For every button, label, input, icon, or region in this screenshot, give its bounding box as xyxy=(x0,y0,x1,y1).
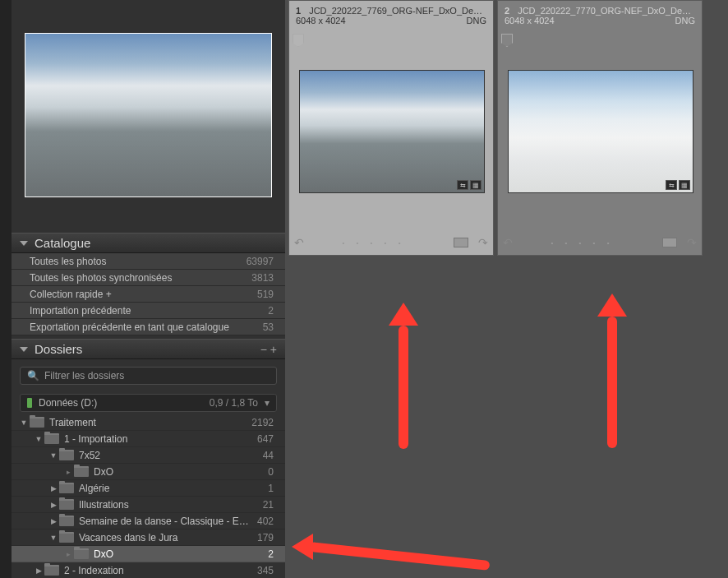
dossiers-title: Dossiers xyxy=(35,342,82,356)
folder-row[interactable]: Semaine de la danse - Classique - E…402 xyxy=(12,513,285,529)
folder-label: 2 - Indexation xyxy=(64,565,257,576)
thumbnail-image[interactable] xyxy=(508,70,693,193)
catalogue-item[interactable]: Exportation précédente en tant que catal… xyxy=(12,319,285,335)
rotate-ccw-icon[interactable]: ↶ xyxy=(503,236,513,249)
volume-status-icon xyxy=(27,398,32,408)
tree-arrow-icon[interactable] xyxy=(49,534,58,542)
folder-label: Traitement xyxy=(49,417,251,428)
folder-icon xyxy=(44,433,59,444)
color-label-swatch[interactable] xyxy=(662,238,677,247)
catalogue-item-count: 3813 xyxy=(251,272,274,284)
catalogue-item-count: 53 xyxy=(263,321,274,333)
minus-icon[interactable]: − xyxy=(260,343,267,356)
catalogue-item-label: Toutes les photos xyxy=(30,256,106,267)
rating-dots[interactable]: • • • • • xyxy=(513,239,652,247)
folder-icon xyxy=(59,483,74,493)
volume-name: Données (D:) xyxy=(39,397,97,409)
tree-arrow-icon[interactable] xyxy=(49,451,58,460)
chevron-down-icon[interactable]: ▾ xyxy=(265,397,270,409)
folder-count: 1 xyxy=(268,483,274,494)
left-sidebar: Catalogue Toutes les photos 63997 Toutes… xyxy=(0,0,285,578)
tree-arrow-icon[interactable] xyxy=(35,435,43,443)
folder-icon xyxy=(44,565,59,576)
rating-dots[interactable]: • • • • • xyxy=(304,239,444,247)
tree-arrow-icon[interactable] xyxy=(64,550,72,558)
catalogue-title: Catalogue xyxy=(35,236,90,250)
thumbnail-info: 2 JCD_220222_7770_ORG-NEF_DxO_Deep… 6048… xyxy=(498,1,702,30)
badge-icon[interactable]: ▦ xyxy=(679,180,690,190)
volume-usage: 0,9 / 1,8 To xyxy=(210,397,258,409)
thumbnail-cell[interactable]: 1 JCD_220222_7769_ORG-NEF_DxO_Deep… 6048… xyxy=(288,0,494,256)
folder-label: DxO xyxy=(94,548,268,560)
catalogue-item-label: Toutes les photos synchronisées xyxy=(30,272,172,284)
folder-label: Illustrations xyxy=(79,499,263,511)
folder-row[interactable]: DxO0 xyxy=(12,464,285,480)
catalogue-item[interactable]: Toutes les photos 63997 xyxy=(12,253,285,270)
thumbnail-format: DNG xyxy=(467,16,486,25)
rotate-cw-icon[interactable]: ↷ xyxy=(478,236,488,249)
folder-tree: Traitement21921 - Importation6477x5244Dx… xyxy=(12,414,285,578)
folder-label: 1 - Importation xyxy=(64,433,257,445)
folder-icon xyxy=(59,450,74,460)
thumbnail-grid: 1 JCD_220222_7769_ORG-NEF_DxO_Deep… 6048… xyxy=(285,0,728,578)
color-label-swatch[interactable] xyxy=(454,238,468,247)
thumbnail-footer: ↶ • • • • • ↷ xyxy=(503,235,697,250)
tree-arrow-icon[interactable] xyxy=(49,517,58,525)
flag-icon[interactable] xyxy=(293,34,304,47)
catalogue-item-count: 63997 xyxy=(247,256,274,267)
folder-count: 21 xyxy=(263,499,274,511)
folder-icon xyxy=(74,548,89,559)
tree-arrow-icon[interactable] xyxy=(20,418,28,427)
flag-icon[interactable] xyxy=(501,34,513,47)
rotate-cw-icon[interactable]: ↷ xyxy=(687,236,697,249)
thumbnail-info: 1 JCD_220222_7769_ORG-NEF_DxO_Deep… 6048… xyxy=(289,1,493,30)
annotation-arrow-up xyxy=(399,303,418,449)
preview-image[interactable] xyxy=(25,33,272,197)
folder-row[interactable]: 7x5244 xyxy=(12,447,285,464)
folder-row[interactable]: Vacances dans le Jura179 xyxy=(12,529,285,546)
thumbnail-badges: ⇆ ▦ xyxy=(666,180,690,190)
preview-panel xyxy=(12,0,285,230)
dossiers-panel-header[interactable]: Dossiers − + xyxy=(12,339,285,359)
tree-arrow-icon[interactable] xyxy=(64,468,72,476)
annotation-arrow-up xyxy=(607,294,627,448)
thumbnail-format: DNG xyxy=(675,16,695,25)
badge-icon[interactable]: ⇆ xyxy=(457,180,468,190)
badge-icon[interactable]: ⇆ xyxy=(666,180,677,190)
folder-count: 647 xyxy=(257,433,274,445)
folder-count: 0 xyxy=(268,466,274,478)
tree-arrow-icon[interactable] xyxy=(49,484,58,492)
catalogue-panel-header[interactable]: Catalogue xyxy=(12,233,285,253)
thumbnail-filename: JCD_220222_7769_ORG-NEF_DxO_Deep… xyxy=(309,6,486,16)
folder-icon xyxy=(59,532,74,543)
thumbnail-filename: JCD_220222_7770_ORG-NEF_DxO_Deep… xyxy=(518,6,695,16)
plus-icon[interactable]: + xyxy=(270,343,277,356)
folder-row[interactable]: DxO2 xyxy=(12,546,285,562)
folder-label: Vacances dans le Jura xyxy=(79,532,257,543)
tree-arrow-icon[interactable] xyxy=(35,566,43,575)
folder-label: Semaine de la danse - Classique - E… xyxy=(79,516,257,527)
badge-icon[interactable]: ▦ xyxy=(470,180,481,190)
thumbnail-cell[interactable]: 2 JCD_220222_7770_ORG-NEF_DxO_Deep… 6048… xyxy=(497,0,703,256)
thumbnail-dimensions: 6048 x 4024 xyxy=(296,16,346,25)
thumbnail-index: 1 xyxy=(296,6,301,16)
thumbnail-dimensions: 6048 x 4024 xyxy=(505,16,555,25)
catalogue-item[interactable]: Importation précédente 2 xyxy=(12,303,285,319)
folder-row[interactable]: Illustrations21 xyxy=(12,497,285,513)
filter-box-wrap: 🔍 Filtrer les dossiers xyxy=(12,362,285,390)
catalogue-item[interactable]: Collection rapide + 519 xyxy=(12,286,285,303)
rotate-ccw-icon[interactable]: ↶ xyxy=(294,236,304,249)
thumbnail-image[interactable] xyxy=(299,70,485,193)
folder-label: 7x52 xyxy=(79,450,263,461)
folder-row[interactable]: 1 - Importation647 xyxy=(12,431,285,447)
catalogue-list: Toutes les photos 63997 Toutes les photo… xyxy=(12,253,285,335)
search-icon: 🔍 xyxy=(27,370,39,381)
catalogue-item[interactable]: Toutes les photos synchronisées 3813 xyxy=(12,270,285,286)
folder-row[interactable]: 2 - Indexation345 xyxy=(12,562,285,578)
folder-row[interactable]: Algérie1 xyxy=(12,480,285,497)
folder-count: 345 xyxy=(257,565,274,576)
volume-bar[interactable]: Données (D:) 0,9 / 1,8 To ▾ xyxy=(20,394,277,412)
folder-row[interactable]: Traitement2192 xyxy=(12,414,285,431)
filter-folders-input[interactable]: 🔍 Filtrer les dossiers xyxy=(20,367,277,385)
tree-arrow-icon[interactable] xyxy=(49,501,58,509)
